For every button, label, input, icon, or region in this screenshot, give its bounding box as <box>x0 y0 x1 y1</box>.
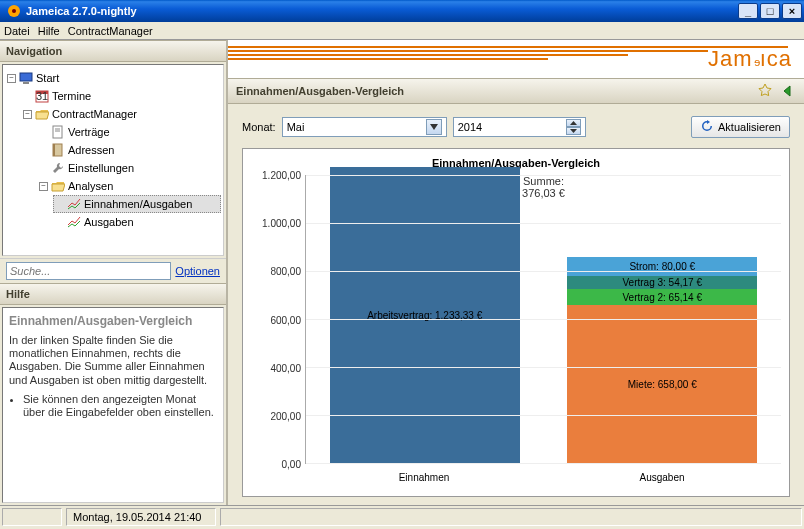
tree-analysen-label: Analysen <box>68 178 113 194</box>
svg-text:31: 31 <box>36 90 48 102</box>
chart-plot: 0,00200,00400,00600,00800,001.000,001.20… <box>251 175 781 464</box>
help-panel-title: Hilfe <box>0 283 226 305</box>
tree-einnahmen-ausgaben-label: Einnahmen/Ausgaben <box>84 196 192 212</box>
menu-datei[interactable]: Datei <box>4 25 30 37</box>
tree-vertraege[interactable]: Verträge <box>37 123 221 141</box>
status-cell-3 <box>220 508 802 526</box>
tree-ausgaben-label: Ausgaben <box>84 214 134 230</box>
spinner-buttons[interactable] <box>566 119 581 135</box>
spin-down-icon[interactable] <box>566 127 581 135</box>
nav-tree: Start 31 Termine ContractManage <box>2 64 224 256</box>
addressbook-icon <box>51 143 65 157</box>
month-select[interactable]: Mai <box>282 117 447 137</box>
bar-segment: Miete: 658,00 € <box>567 305 757 463</box>
y-tick: 600,00 <box>270 314 301 325</box>
window-title: Jameica 2.7.0-nightly <box>26 5 736 17</box>
bar-segment: Vertrag 3: 54,17 € <box>567 276 757 289</box>
tree-contractmanager-label: ContractManager <box>52 106 137 122</box>
refresh-icon <box>700 119 714 135</box>
svg-rect-7 <box>53 126 62 138</box>
content-heading-bar: Einnahmen/Ausgaben-Vergleich <box>228 78 804 104</box>
svg-point-1 <box>12 9 16 13</box>
back-arrow-icon[interactable] <box>778 82 796 100</box>
tree-vertraege-label: Verträge <box>68 124 110 140</box>
help-heading: Einnahmen/Ausgaben-Vergleich <box>9 314 217 328</box>
help-body: Einnahmen/Ausgaben-Vergleich In der link… <box>2 307 224 503</box>
calendar-icon: 31 <box>35 89 49 103</box>
tree-adressen[interactable]: Adressen <box>37 141 221 159</box>
app-icon <box>6 3 22 19</box>
help-bullet: Sie können den angezeigten Monat über di… <box>23 393 217 419</box>
star-icon[interactable] <box>756 82 774 100</box>
chart-icon <box>67 197 81 211</box>
tree-termine-label: Termine <box>52 88 91 104</box>
tree-einnahmen-ausgaben[interactable]: Einnahmen/Ausgaben <box>53 195 221 213</box>
y-axis: 0,00200,00400,00600,00800,001.000,001.20… <box>251 175 305 464</box>
svg-rect-3 <box>23 82 29 84</box>
tree-contractmanager[interactable]: ContractManager <box>21 105 221 123</box>
expander-icon[interactable] <box>7 74 16 83</box>
tree-start[interactable]: Start <box>5 69 221 87</box>
refresh-button[interactable]: Aktualisieren <box>691 116 790 138</box>
y-tick: 1.200,00 <box>262 170 301 181</box>
folder-open-icon <box>51 179 65 193</box>
tree-start-label: Start <box>36 70 59 86</box>
tree-analysen[interactable]: Analysen <box>37 177 221 195</box>
menu-hilfe[interactable]: Hilfe <box>38 25 60 37</box>
expander-icon[interactable] <box>39 182 48 191</box>
expander-icon[interactable] <box>23 110 32 119</box>
document-icon <box>51 125 65 139</box>
wrench-icon <box>51 161 65 175</box>
close-button[interactable]: × <box>782 3 802 19</box>
tree-einstellungen[interactable]: Einstellungen <box>37 159 221 177</box>
search-input[interactable] <box>6 262 171 280</box>
x-label: Ausgaben <box>543 464 781 492</box>
help-paragraph: In der linken Spalte finden Sie die mona… <box>9 334 217 387</box>
status-cell-1 <box>2 508 62 526</box>
y-tick: 800,00 <box>270 266 301 277</box>
y-tick: 200,00 <box>270 410 301 421</box>
chart-icon <box>67 215 81 229</box>
month-value: Mai <box>287 121 305 133</box>
menu-contractmanager[interactable]: ContractManager <box>68 25 153 37</box>
chevron-down-icon[interactable] <box>426 119 442 135</box>
svg-rect-2 <box>20 73 32 81</box>
svg-rect-11 <box>53 144 55 156</box>
logo-strip: Jameıca <box>228 40 804 78</box>
minimize-button[interactable]: _ <box>738 3 758 19</box>
x-axis: EinnahmenAusgaben <box>305 464 781 492</box>
bar-segment: Vertrag 2: 65,14 € <box>567 289 757 305</box>
search-row: Optionen <box>0 258 226 283</box>
x-label: Einnahmen <box>305 464 543 492</box>
tree-ausgaben[interactable]: Ausgaben <box>53 213 221 231</box>
bar-segment: Strom: 80,00 € <box>567 257 757 276</box>
month-label: Monat: <box>242 121 276 133</box>
tree-einstellungen-label: Einstellungen <box>68 160 134 176</box>
y-tick: 400,00 <box>270 362 301 373</box>
maximize-button[interactable]: □ <box>760 3 780 19</box>
plot-area: Summe: 376,03 € Arbeitsvertrag: 1.233,33… <box>305 175 781 464</box>
year-value: 2014 <box>458 121 482 133</box>
monitor-icon <box>19 71 33 85</box>
tree-termine[interactable]: 31 Termine <box>21 87 221 105</box>
status-date: Montag, 19.05.2014 21:40 <box>66 508 216 526</box>
titlebar: Jameica 2.7.0-nightly _ □ × <box>0 0 804 22</box>
spin-up-icon[interactable] <box>566 119 581 127</box>
folder-open-icon <box>35 107 49 121</box>
controls-row: Monat: Mai 2014 Aktualisieren <box>228 104 804 148</box>
search-options-link[interactable]: Optionen <box>175 265 220 277</box>
chart-container: Einnahmen/Ausgaben-Vergleich 0,00200,004… <box>242 148 790 497</box>
y-tick: 0,00 <box>282 459 301 470</box>
bar-segment: Arbeitsvertrag: 1.233,33 € <box>330 167 520 463</box>
refresh-label: Aktualisieren <box>718 121 781 133</box>
tree-adressen-label: Adressen <box>68 142 114 158</box>
year-spinner[interactable]: 2014 <box>453 117 586 137</box>
statusbar: Montag, 19.05.2014 21:40 <box>0 505 804 527</box>
nav-panel-title: Navigation <box>0 40 226 62</box>
content-heading: Einnahmen/Ausgaben-Vergleich <box>236 85 404 97</box>
menubar: Datei Hilfe ContractManager <box>0 22 804 40</box>
y-tick: 1.000,00 <box>262 218 301 229</box>
